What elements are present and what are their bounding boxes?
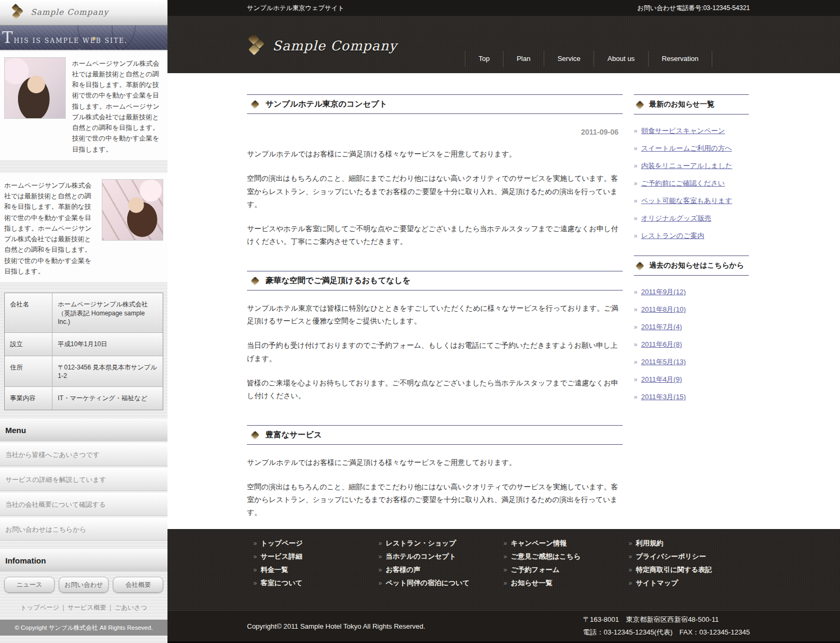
arrow-marker-icon: »	[503, 566, 507, 574]
footer-link[interactable]: ご意見ご感想はこちら	[511, 552, 581, 560]
site-header: Sample Company Top Plan Service About us…	[167, 16, 840, 73]
arrow-marker-icon: »	[378, 566, 382, 574]
footer-address-block: 〒163-8001 東京都新宿区西新宿48-500-11 電話：03-12345…	[583, 613, 750, 639]
archive-link[interactable]: 2011年7月(4)	[641, 323, 682, 331]
nav-item-about[interactable]: About us	[594, 51, 648, 67]
sidebar-item-service[interactable]: サービスの詳細を解説しています	[0, 468, 167, 491]
list-item: »スイートルームご利用の方へ	[634, 144, 749, 153]
footer-link[interactable]: ご予約フォーム	[511, 566, 560, 574]
diamond-logo-icon	[248, 34, 264, 57]
contact-button[interactable]: お問い合わせ	[59, 577, 109, 593]
arrow-marker-icon: »	[634, 323, 638, 331]
site-footer: »トップページ »サービス詳細 »料金一覧 »客室について »レストラン・ショッ…	[167, 529, 840, 610]
menu-heading: Menu	[0, 419, 167, 441]
arrow-marker-icon: »	[253, 579, 257, 587]
arrow-marker-icon: »	[378, 579, 382, 587]
nav-item-reservation[interactable]: Reservation	[648, 51, 712, 67]
archive-link[interactable]: 2011年6月(8)	[641, 340, 682, 348]
sidebar-item-company[interactable]: 当社の会社概要について確認する	[0, 492, 167, 516]
header-logo[interactable]: Sample Company	[248, 34, 397, 57]
footer-link[interactable]: サイトマップ	[636, 579, 678, 587]
article-date: 2011-09-06	[247, 128, 618, 136]
arrow-marker-icon: »	[629, 579, 632, 587]
archive-link[interactable]: 2011年9月(12)	[641, 288, 686, 296]
footer-link[interactable]: お知らせ一覧	[511, 579, 553, 587]
sidebar-buttons: ニュース お問い合わせ 会社概要	[4, 577, 163, 593]
footer-link[interactable]: 利用規約	[636, 539, 664, 547]
footer-link[interactable]: ペット同伴の宿泊について	[386, 579, 470, 587]
news-button[interactable]: ニュース	[4, 577, 55, 593]
archive-list: »2011年9月(12) »2011年8月(10) »2011年7月(4) »2…	[634, 287, 749, 402]
news-link[interactable]: レストランのご案内	[641, 232, 704, 240]
sidebar-logo[interactable]: Sample Company	[0, 0, 167, 25]
list-item: »2011年8月(10)	[634, 305, 749, 314]
arrow-marker-icon: »	[378, 553, 382, 560]
nav-item-top[interactable]: Top	[465, 51, 503, 67]
header-logo-text: Sample Company	[272, 38, 397, 54]
article-section-omotenashi: 豪華な空間でご満足頂けるおもてなしを サンプルホテル東京では皆様に特別なひととき…	[247, 271, 623, 403]
news-list: »朝食サービスキャンペーン »スイートルームご利用の方へ »内装をリニューアルし…	[634, 126, 749, 241]
table-value: 〒012-3456 見本県見本市サンプル1-2	[52, 356, 163, 386]
archive-link[interactable]: 2011年3月(15)	[641, 393, 686, 401]
information-heading: Infomation	[0, 549, 167, 571]
bottom-link-service[interactable]: サービス概要	[68, 604, 107, 611]
main-column: サンプルホテル東京ウェブサイト お問い合わせ電話番号:03-12345-5432…	[167, 0, 840, 643]
topbar: サンプルホテル東京ウェブサイト お問い合わせ電話番号:03-12345-5432…	[167, 0, 840, 16]
news-link[interactable]: 朝食サービスキャンペーン	[641, 127, 725, 135]
bottom-link-greeting[interactable]: ごあいさつ	[114, 604, 147, 611]
arrow-marker-icon: »	[503, 540, 507, 547]
sidebar-banner: THIS IS SAMPLE WEB SITE.	[0, 25, 167, 51]
section-title: 豊富なサービス	[247, 425, 623, 445]
diamond-bullet-icon	[636, 100, 644, 109]
intro-text-1: ホームページサンプル株式会社では最新技術と自然との調和を目指します。革新的な技術…	[72, 57, 163, 155]
footer-link[interactable]: キャンペーン情報	[511, 539, 567, 547]
archive-link[interactable]: 2011年8月(10)	[641, 305, 686, 313]
portrait-photo-1	[4, 57, 66, 119]
intro-block-2: ホームページサンプル株式会社では最新技術と自然との調和を目指します。革新的な技術…	[0, 173, 167, 282]
footer-link[interactable]: サービス詳細	[261, 552, 303, 560]
nav-item-plan[interactable]: Plan	[503, 51, 544, 67]
sidebar-item-greeting[interactable]: 当社から皆様へごあいさつです	[0, 443, 167, 466]
list-item: »2011年4月(9)	[634, 375, 749, 384]
footer-link[interactable]: 当ホテルのコンセプト	[386, 552, 456, 560]
news-link[interactable]: ご予約前にご確認ください	[641, 179, 725, 187]
footer-link[interactable]: トップページ	[261, 539, 303, 547]
paragraph: 皆様のご来場を心よりお待ちしております。ご不明な点などございましたら当ホテルスタ…	[247, 377, 623, 403]
intro-text-2: ホームページサンプル株式会社では最新技術と自然との調和を目指します。革新的な技術…	[4, 179, 95, 277]
arrow-marker-icon: »	[634, 341, 638, 348]
arrow-marker-icon: »	[253, 540, 257, 547]
archive-link[interactable]: 2011年4月(9)	[641, 375, 682, 383]
sidebar-logo-text: Sample Company	[31, 7, 109, 17]
news-link[interactable]: オリジナルグッズ販売	[641, 214, 711, 222]
footer-link[interactable]: 特定商取引に関する表記	[636, 566, 712, 574]
arrow-marker-icon: »	[378, 540, 382, 547]
table-label: 会社名	[5, 293, 52, 332]
bottom-link-top[interactable]: トップページ	[20, 604, 59, 611]
news-link[interactable]: ペット可能な客室もあります	[641, 197, 732, 205]
archive-link[interactable]: 2011年5月(13)	[641, 358, 686, 366]
footer-link[interactable]: 客室について	[261, 579, 303, 587]
table-value: IT・マーケティング・福祉など	[52, 387, 163, 410]
footer-link[interactable]: 料金一覧	[261, 566, 288, 574]
contact-phone: お問い合わせ電話番号:03-12345-54321	[637, 4, 750, 13]
sidebar-item-contact[interactable]: お問い合わせはこちらから	[0, 517, 167, 541]
footer-link[interactable]: レストラン・ショップ	[386, 539, 456, 547]
company-button[interactable]: 会社概要	[113, 577, 163, 593]
arrow-marker-icon: »	[253, 566, 257, 574]
footer-link[interactable]: プライバシーポリシー	[636, 552, 706, 560]
banner-text: THIS IS SAMPLE WEB SITE.	[2, 33, 128, 45]
sidebar-bottom-links: トップページ｜サービス概要｜ごあいさつ	[0, 603, 167, 612]
nav-item-service[interactable]: Service	[544, 51, 594, 67]
company-info-table: 会社名 ホームページサンプル株式会社 （英語表記 Homepage sample…	[4, 293, 163, 410]
paragraph: サンプルホテルではお客様にご満足頂ける様々なサービスをご用意しております。	[247, 148, 623, 161]
footer-column-3: »キャンペーン情報 »ご意見ご感想はこちら »ご予約フォーム »お知らせ一覧	[503, 539, 629, 610]
arrow-marker-icon: »	[634, 215, 638, 222]
arrow-marker-icon: »	[629, 553, 632, 560]
diamond-bullet-icon	[251, 100, 260, 109]
arrow-marker-icon: »	[634, 393, 638, 401]
portrait-photo-2	[102, 179, 163, 241]
footer-link[interactable]: お客様の声	[386, 566, 421, 574]
news-link[interactable]: スイートルームご利用の方へ	[641, 144, 732, 152]
table-label: 事業内容	[5, 387, 52, 410]
news-link[interactable]: 内装をリニューアルしました	[641, 162, 732, 170]
